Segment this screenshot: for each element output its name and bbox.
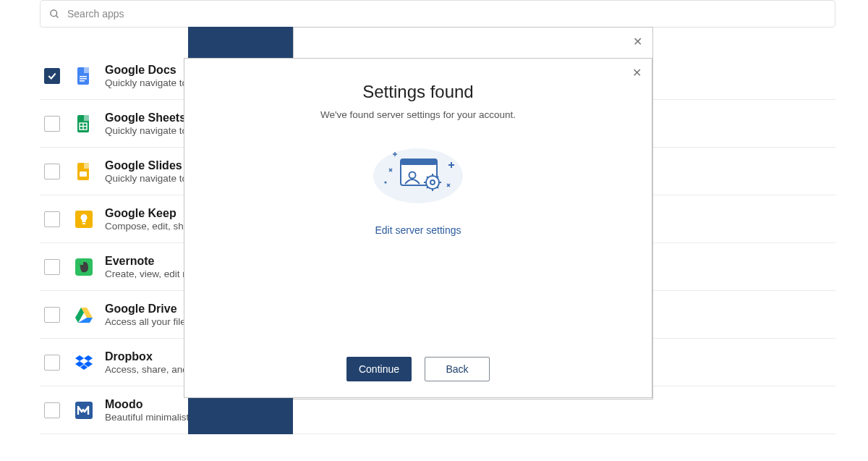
- svg-line-38: [427, 177, 428, 178]
- settings-illustration: [360, 136, 476, 211]
- continue-button[interactable]: Continue: [346, 357, 412, 381]
- gsheets-icon: [75, 114, 93, 133]
- svg-point-28: [384, 181, 386, 183]
- svg-rect-30: [401, 159, 437, 165]
- app-checkbox[interactable]: [44, 211, 60, 227]
- edit-server-settings-link[interactable]: Edit server settings: [375, 224, 461, 236]
- settings-found-dialog: ✕ Settings found We've found server sett…: [184, 58, 652, 398]
- evernote-icon: [75, 258, 93, 276]
- svg-rect-6: [80, 80, 85, 82]
- gdocs-icon: [75, 67, 93, 85]
- app-checkbox[interactable]: [44, 402, 60, 418]
- svg-rect-5: [80, 78, 87, 80]
- svg-rect-13: [84, 163, 89, 169]
- svg-line-39: [437, 187, 438, 188]
- app-checkbox[interactable]: [44, 307, 60, 323]
- search-bar[interactable]: [40, 0, 835, 28]
- gslides-icon: [75, 162, 93, 181]
- svg-point-31: [409, 172, 416, 179]
- back-button[interactable]: Back: [425, 357, 490, 381]
- svg-marker-21: [75, 355, 84, 361]
- search-input[interactable]: [67, 8, 826, 20]
- dropbox-icon: [75, 353, 93, 372]
- svg-line-41: [437, 177, 438, 178]
- app-checkbox[interactable]: [44, 164, 60, 179]
- app-checkbox[interactable]: [44, 355, 60, 371]
- app-checkbox[interactable]: [44, 68, 60, 84]
- dialog-title: Settings found: [362, 82, 473, 102]
- svg-rect-8: [84, 115, 89, 121]
- dialog-button-row: Continue Back: [184, 357, 652, 381]
- app-checkbox[interactable]: [44, 259, 60, 275]
- dialog-subtitle: We've found server settings for your acc…: [320, 109, 516, 120]
- svg-rect-16: [82, 223, 85, 224]
- svg-rect-14: [80, 172, 87, 177]
- svg-rect-3: [84, 67, 89, 73]
- svg-marker-22: [84, 355, 93, 361]
- close-icon[interactable]: ✕: [630, 33, 645, 50]
- svg-rect-4: [80, 76, 87, 77]
- gkeep-icon: [75, 210, 93, 229]
- app-checkbox[interactable]: [44, 116, 60, 132]
- moodo-icon: [75, 401, 93, 420]
- svg-line-1: [56, 15, 58, 17]
- close-icon[interactable]: ✕: [629, 64, 644, 81]
- gdrive-icon: [75, 305, 93, 324]
- svg-point-0: [51, 9, 57, 16]
- svg-line-40: [427, 187, 428, 188]
- search-icon: [49, 9, 60, 20]
